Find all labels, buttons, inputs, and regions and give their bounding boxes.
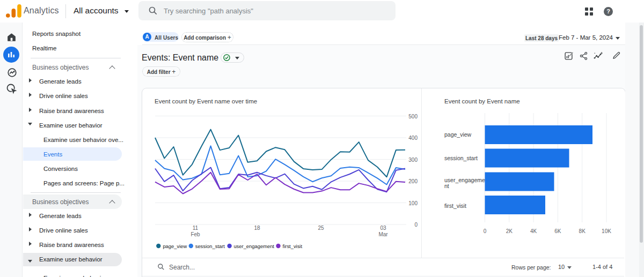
- svg-text:nt: nt: [444, 183, 449, 189]
- svg-text:Feb: Feb: [191, 231, 200, 237]
- svg-text:500: 500: [408, 114, 418, 119]
- svg-text:300: 300: [408, 157, 418, 163]
- svg-text:first_visit: first_visit: [283, 243, 303, 249]
- svg-text:user_engageme: user_engageme: [444, 177, 485, 183]
- svg-text:0: 0: [484, 228, 487, 234]
- svg-text:first_visit: first_visit: [444, 203, 466, 209]
- svg-text:session_start: session_start: [195, 243, 225, 249]
- svg-text:Mar: Mar: [378, 231, 388, 237]
- svg-text:400: 400: [408, 135, 418, 141]
- svg-text:6K: 6K: [554, 228, 561, 234]
- svg-text:25: 25: [318, 225, 324, 231]
- svg-text:11: 11: [193, 225, 199, 231]
- svg-text:user_engagement: user_engagement: [233, 243, 274, 249]
- svg-text:2K: 2K: [506, 228, 513, 234]
- svg-text:18: 18: [254, 225, 260, 231]
- svg-text:page_view: page_view: [163, 243, 187, 249]
- svg-text:10K: 10K: [602, 228, 611, 234]
- svg-text:100: 100: [408, 200, 418, 206]
- svg-text:4K: 4K: [530, 228, 537, 234]
- svg-text:0: 0: [414, 222, 418, 228]
- svg-text:03: 03: [380, 225, 386, 231]
- svg-text:8K: 8K: [579, 228, 586, 234]
- svg-text:200: 200: [408, 178, 418, 184]
- svg-text:session_start: session_start: [444, 155, 478, 161]
- svg-text:page_view: page_view: [444, 131, 472, 138]
